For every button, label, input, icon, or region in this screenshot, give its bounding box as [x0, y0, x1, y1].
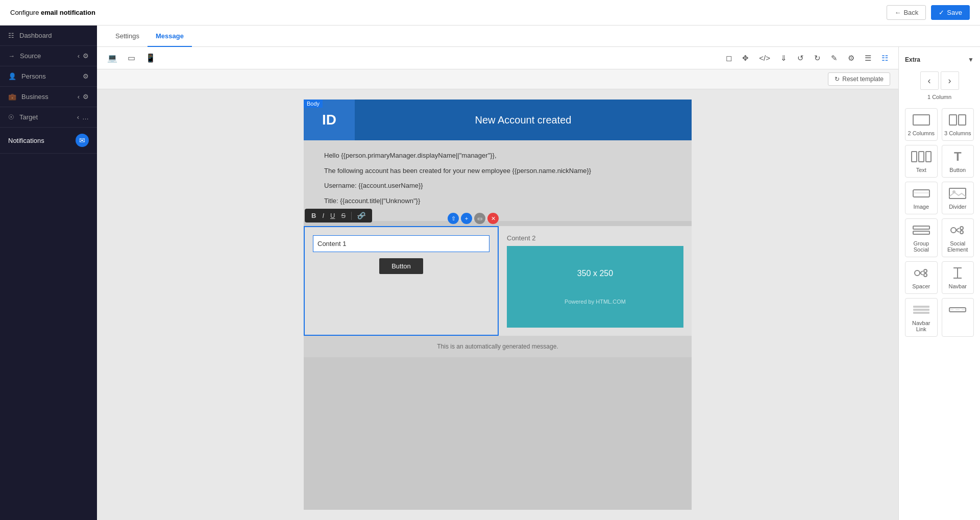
editor-container: 💻 ▭ 📱 ◻ ✥ </> ⇓ ↺ ↻ ✎ ⚙ ☰ ☷ — [97, 47, 980, 520]
delete-button[interactable]: ✕ — [487, 213, 499, 224]
chevron-left-icon: ‹ — [78, 52, 80, 60]
download-icon[interactable]: ⇓ — [778, 52, 789, 65]
section-toggle[interactable]: ▼ — [968, 56, 974, 63]
svg-point-12 — [951, 228, 956, 233]
body-text-4: Title: {{account.title||"Unknown"}} — [324, 196, 671, 206]
column-1[interactable]: B I U S 🔗 ⇧ + — [304, 226, 499, 336]
svg-rect-25 — [913, 306, 929, 308]
svg-rect-27 — [913, 312, 929, 314]
chevron-left-icon: ‹ — [78, 93, 80, 101]
link-button[interactable]: 🔗 — [355, 211, 368, 220]
top-bar-actions: ← Back ✓ Save — [887, 5, 970, 20]
panel-item-spacer[interactable]: Navbar — [942, 261, 974, 294]
column-2[interactable]: Content 2 350 x 250 Powered by HTML.COM — [499, 226, 692, 336]
svg-rect-4 — [919, 152, 924, 162]
mobile-icon[interactable]: 📱 — [143, 51, 158, 65]
email-button[interactable]: Button — [379, 258, 423, 274]
svg-rect-3 — [912, 152, 917, 162]
panel-grid: 2 Columns 3 Columns Text — [899, 104, 980, 341]
gear-icon[interactable]: ⚙ — [846, 52, 856, 65]
frame-icon[interactable]: ◻ — [724, 52, 734, 65]
svg-rect-26 — [913, 309, 929, 311]
content1-input[interactable] — [313, 235, 489, 252]
svg-point-17 — [915, 270, 920, 276]
sidebar-item-dashboard[interactable]: ☷ Dashboard — [0, 26, 97, 46]
button-icon — [911, 186, 932, 201]
top-bar: Configure email notification ← Back ✓ Sa… — [0, 0, 980, 26]
underline-button[interactable]: U — [328, 211, 337, 220]
svg-point-16 — [960, 231, 963, 234]
custom-code-label: 1 Column — [899, 94, 980, 104]
panel-item-social-element[interactable]: Spacer — [905, 261, 938, 294]
main-layout: ☷ Dashboard → Source ‹ ⚙ 👤 Persons ⚙ — [0, 26, 980, 520]
bold-button[interactable]: B — [309, 211, 318, 220]
svg-line-14 — [956, 230, 959, 232]
italic-button[interactable]: I — [320, 211, 327, 220]
body-label: Body — [304, 100, 323, 108]
two-column-section: B I U S 🔗 ⇧ + — [304, 226, 692, 336]
pen-icon[interactable]: ✎ — [829, 52, 840, 65]
duplicate-button[interactable]: ▭ — [474, 213, 485, 224]
reset-bar: ↻ Reset template — [97, 69, 898, 89]
panel-item-navbar-link[interactable] — [942, 298, 974, 337]
svg-line-19 — [920, 273, 923, 275]
svg-point-15 — [960, 227, 963, 230]
sidebar-item-business[interactable]: 💼 Business ‹ ⚙ — [0, 87, 97, 107]
nav-right-arrow[interactable]: › — [941, 71, 959, 90]
image-icon — [947, 186, 968, 201]
panel-item-1column[interactable]: 2 Columns — [905, 108, 938, 141]
panel-item-button[interactable]: Image — [905, 182, 938, 214]
undo-icon[interactable]: ↺ — [795, 52, 806, 65]
settings-icon: ⚙ — [83, 52, 89, 60]
nav-left-arrow[interactable]: ‹ — [920, 71, 939, 90]
sidebar-item-persons[interactable]: 👤 Persons ⚙ — [0, 66, 97, 87]
tab-message[interactable]: Message — [148, 26, 192, 47]
svg-rect-0 — [913, 115, 929, 125]
panel-item-group-social[interactable]: Social Element — [942, 218, 974, 257]
content2-label: Content 2 — [507, 234, 683, 242]
fullscreen-icon[interactable]: ✥ — [740, 52, 751, 65]
1column-icon — [911, 113, 932, 127]
email-header-title: New Account created — [355, 114, 692, 126]
tablet-icon[interactable]: ▭ — [126, 51, 137, 65]
menu-icon[interactable]: ☰ — [863, 52, 873, 65]
chevron-left-icon: ‹ — [77, 113, 79, 121]
sidebar-item-source[interactable]: → Source ‹ ⚙ — [0, 46, 97, 66]
group-social-icon — [947, 223, 968, 237]
save-button[interactable]: ✓ Save — [931, 5, 970, 20]
strikethrough-button[interactable]: S — [338, 211, 348, 220]
panel-item-image[interactable]: Divider — [942, 182, 974, 214]
sidebar-item-notifications[interactable]: Notifications ✉ — [0, 128, 97, 154]
canvas-toolbar: 💻 ▭ 📱 ◻ ✥ </> ⇓ ↺ ↻ ✎ ⚙ ☰ ☷ — [97, 47, 898, 69]
reset-template-button[interactable]: ↻ Reset template — [828, 72, 890, 86]
redo-icon[interactable]: ↻ — [812, 52, 823, 65]
tab-settings[interactable]: Settings — [107, 26, 148, 47]
move-up-button[interactable]: ⇧ — [448, 213, 459, 224]
nav-arrows: ‹ › — [899, 67, 980, 94]
panel-item-3columns[interactable]: Text — [905, 145, 938, 178]
spacer-icon — [947, 266, 968, 280]
panel-item-2columns[interactable]: 3 Columns — [942, 108, 974, 141]
code-icon[interactable]: </> — [757, 52, 772, 64]
panel-section-title: Extra ▼ — [899, 52, 980, 67]
person-icon: 👤 — [8, 72, 16, 80]
panel-item-text[interactable]: T Button — [942, 145, 974, 178]
svg-rect-6 — [913, 190, 929, 197]
svg-rect-2 — [959, 115, 966, 125]
add-button[interactable]: + — [461, 213, 472, 224]
source-icon: → — [8, 52, 15, 60]
target-icon: ☉ — [8, 113, 14, 121]
panel-item-navbar[interactable]: Navbar Link — [905, 298, 938, 337]
panel-item-divider[interactable]: Group Social — [905, 218, 938, 257]
canvas-scroll[interactable]: Body ID New Account created Hello {{pers… — [97, 89, 898, 520]
svg-rect-1 — [949, 115, 957, 125]
grid-icon[interactable]: ☷ — [879, 52, 890, 65]
body-text-2: The following account has been created f… — [324, 166, 671, 176]
sidebar-item-target[interactable]: ☉ Target ‹ … — [0, 107, 97, 128]
back-button[interactable]: ← Back — [887, 5, 926, 20]
text-icon: T — [947, 150, 968, 164]
image-placeholder: 350 x 250 Powered by HTML.COM — [507, 246, 683, 328]
briefcase-icon: 💼 — [8, 93, 16, 101]
navbar-link-icon — [947, 303, 968, 317]
desktop-icon[interactable]: 💻 — [105, 51, 119, 65]
